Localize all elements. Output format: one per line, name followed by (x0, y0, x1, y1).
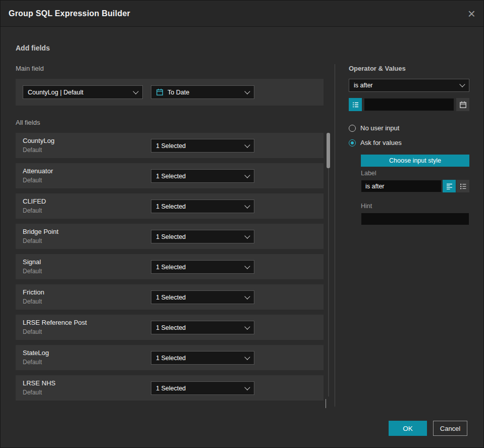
field-row: StateLog Default 1 Selected (16, 345, 324, 370)
field-sublabel: Default (23, 389, 42, 396)
operator-select[interactable]: is after (349, 79, 469, 92)
list-style-button[interactable] (456, 180, 469, 192)
field-selection-dropdown[interactable]: 1 Selected (151, 169, 254, 183)
field-row: Signal Default 1 Selected (16, 254, 324, 279)
field-selection-dropdown[interactable]: 1 Selected (151, 290, 254, 304)
field-sublabel: Default (23, 207, 42, 214)
field-row: LRSE Reference Post Default 1 Selected (16, 315, 324, 340)
date-picker-button[interactable] (456, 98, 469, 111)
chevron-down-icon (133, 88, 138, 94)
scroll-down-indicator (326, 399, 331, 404)
field-sublabel: Default (23, 146, 42, 154)
calendar-icon (156, 88, 164, 96)
main-field-label: Main field (16, 65, 44, 72)
all-fields-list: CountyLog Default 1 Selected Attenuator … (16, 133, 324, 406)
dialog-title: Group SQL Expression Builder (9, 9, 130, 18)
field-name: Attenuator (23, 167, 53, 175)
field-name: Signal (23, 258, 41, 266)
choose-input-style-button[interactable]: Choose input style (361, 155, 469, 167)
value-type-toggle-button[interactable] (349, 98, 362, 111)
operator-values-heading: Operator & Values (349, 65, 406, 72)
main-field-select[interactable]: CountyLog | Default (23, 85, 143, 99)
radio-no-user-input[interactable]: No user input (349, 124, 399, 132)
scrollbar-track[interactable] (328, 133, 329, 396)
label-field-label: Label (361, 170, 377, 177)
group-sql-expression-builder-dialog: Group SQL Expression Builder × Add field… (0, 0, 484, 448)
field-selection-value: 1 Selected (156, 385, 186, 392)
field-row: Friction Default 1 Selected (16, 284, 324, 310)
field-name: CLIFED (23, 197, 46, 205)
field-selection-value: 1 Selected (156, 264, 186, 271)
bullet-list-icon (460, 183, 466, 190)
field-selection-value: 1 Selected (156, 173, 186, 180)
chevron-down-icon (244, 293, 250, 299)
field-selection-value: 1 Selected (156, 355, 186, 362)
field-list-icon (352, 102, 359, 108)
chevron-down-icon (244, 384, 250, 390)
label-input[interactable] (361, 180, 442, 192)
field-selection-dropdown[interactable]: 1 Selected (151, 381, 254, 395)
field-sublabel: Default (23, 298, 42, 305)
chevron-down-icon (244, 354, 250, 360)
add-fields-heading: Add fields (16, 44, 50, 52)
radio-selected-icon (349, 139, 356, 146)
field-selection-value: 1 Selected (156, 233, 186, 240)
calendar-icon (459, 101, 467, 109)
field-selection-dropdown[interactable]: 1 Selected (151, 321, 254, 334)
radio-label: Ask for values (360, 139, 402, 146)
field-sublabel: Default (23, 328, 42, 335)
field-sublabel: Default (23, 359, 42, 366)
chevron-down-icon (244, 233, 250, 238)
hint-input[interactable] (361, 213, 469, 225)
chevron-down-icon (459, 81, 465, 87)
radio-label: No user input (360, 124, 399, 132)
close-icon[interactable]: × (468, 8, 475, 19)
field-selection-dropdown[interactable]: 1 Selected (151, 139, 254, 153)
field-sublabel: Default (23, 268, 42, 275)
chevron-down-icon (244, 88, 250, 94)
field-name: StateLog (23, 349, 49, 357)
field-name: LRSE NHS (23, 379, 56, 387)
field-name: LRSE Reference Post (23, 319, 87, 326)
main-field-panel: CountyLog | Default To Date (16, 79, 324, 106)
chevron-down-icon (244, 172, 250, 178)
date-type-select-value: To Date (168, 89, 189, 96)
single-line-style-button[interactable] (443, 180, 456, 192)
dialog-header: Group SQL Expression Builder × (1, 1, 483, 27)
chevron-down-icon (244, 263, 250, 269)
field-selection-value: 1 Selected (156, 294, 186, 301)
field-name: CountyLog (23, 137, 55, 144)
field-sublabel: Default (23, 237, 42, 244)
field-row: CountyLog Default 1 Selected (16, 133, 324, 158)
chevron-down-icon (244, 203, 250, 208)
radio-ask-for-values[interactable]: Ask for values (349, 139, 402, 146)
field-name: Friction (23, 288, 44, 296)
align-left-icon (446, 183, 453, 190)
field-selection-value: 1 Selected (156, 142, 186, 150)
field-row: CLIFED Default 1 Selected (16, 193, 324, 219)
scrollbar-thumb[interactable] (327, 133, 330, 168)
field-name: Bridge Point (23, 228, 59, 235)
field-selection-dropdown[interactable]: 1 Selected (151, 260, 254, 274)
cancel-button[interactable]: Cancel (433, 421, 467, 436)
field-selection-value: 1 Selected (156, 324, 186, 331)
field-selection-value: 1 Selected (156, 203, 186, 210)
ok-button[interactable]: OK (389, 421, 427, 436)
field-row: Attenuator Default 1 Selected (16, 163, 324, 188)
all-fields-label: All fields (16, 119, 40, 126)
field-selection-dropdown[interactable]: 1 Selected (151, 351, 254, 365)
main-field-select-value: CountyLog | Default (28, 89, 83, 96)
chevron-down-icon (244, 324, 250, 329)
operator-select-value: is after (354, 82, 373, 89)
field-row: LRSE NHS Default 1 Selected (16, 375, 324, 401)
value-input[interactable] (364, 98, 454, 111)
hint-field-label: Hint (361, 203, 372, 210)
field-selection-dropdown[interactable]: 1 Selected (151, 230, 254, 243)
field-row: Bridge Point Default 1 Selected (16, 224, 324, 249)
field-selection-dropdown[interactable]: 1 Selected (151, 200, 254, 213)
chevron-down-icon (244, 142, 250, 147)
field-sublabel: Default (23, 177, 42, 184)
panel-divider (335, 64, 335, 407)
date-type-select[interactable]: To Date (151, 85, 254, 99)
radio-unselected-icon (349, 125, 356, 132)
